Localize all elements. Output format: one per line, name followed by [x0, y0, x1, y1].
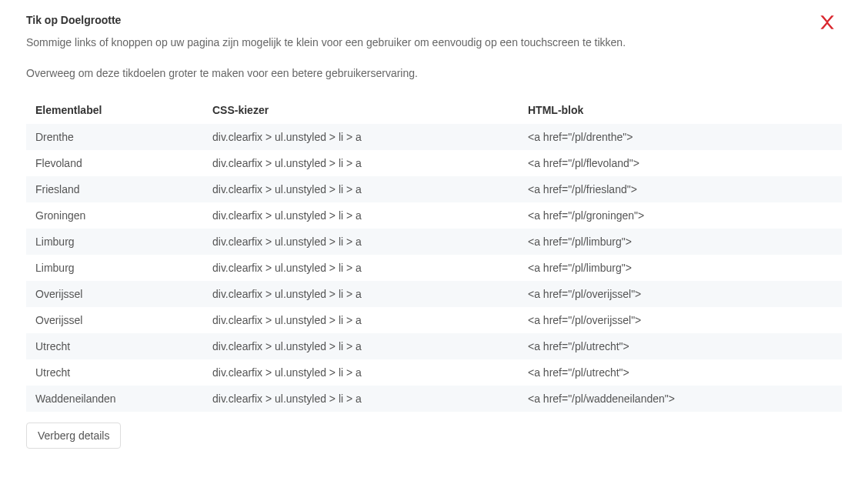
cell-element-label: Utrecht — [26, 359, 203, 386]
table-row: Groningendiv.clearfix > ul.unstyled > li… — [26, 202, 842, 229]
cell-element-label: Flevoland — [26, 150, 203, 176]
cell-html-block: <a href="/pl/overijssel"> — [519, 281, 842, 307]
cell-css-selector: div.clearfix > ul.unstyled > li > a — [203, 386, 519, 412]
cell-css-selector: div.clearfix > ul.unstyled > li > a — [203, 307, 519, 333]
table-row: Waddeneilandendiv.clearfix > ul.unstyled… — [26, 386, 842, 412]
table-row: Limburgdiv.clearfix > ul.unstyled > li >… — [26, 255, 842, 281]
cell-html-block: <a href="/pl/flevoland"> — [519, 150, 842, 176]
cell-css-selector: div.clearfix > ul.unstyled > li > a — [203, 150, 519, 176]
cell-element-label: Overijssel — [26, 281, 203, 307]
table-row: Flevolanddiv.clearfix > ul.unstyled > li… — [26, 150, 842, 176]
cell-css-selector: div.clearfix > ul.unstyled > li > a — [203, 359, 519, 386]
cell-html-block: <a href="/pl/limburg"> — [519, 255, 842, 281]
cell-html-block: <a href="/pl/groningen"> — [519, 202, 842, 229]
table-row: Overijsseldiv.clearfix > ul.unstyled > l… — [26, 307, 842, 333]
section-heading-block: Tik op Doelgrootte — [26, 14, 121, 34]
table-header-row: Elementlabel CSS-kiezer HTML-blok — [26, 96, 842, 124]
close-icon[interactable] — [817, 12, 837, 32]
section-header: Tik op Doelgrootte — [26, 14, 842, 34]
table-row: Overijsseldiv.clearfix > ul.unstyled > l… — [26, 281, 842, 307]
cell-element-label: Limburg — [26, 229, 203, 255]
table-row: Frieslanddiv.clearfix > ul.unstyled > li… — [26, 176, 842, 202]
cell-css-selector: div.clearfix > ul.unstyled > li > a — [203, 333, 519, 359]
table-row: Limburgdiv.clearfix > ul.unstyled > li >… — [26, 229, 842, 255]
cell-element-label: Overijssel — [26, 307, 203, 333]
section-title: Tik op Doelgrootte — [26, 14, 121, 26]
table-row: Utrechtdiv.clearfix > ul.unstyled > li >… — [26, 359, 842, 386]
cell-element-label: Limburg — [26, 255, 203, 281]
col-header-css: CSS-kiezer — [203, 96, 519, 124]
issues-table-wrap: Elementlabel CSS-kiezer HTML-blok Drenth… — [26, 96, 842, 412]
table-row: Utrechtdiv.clearfix > ul.unstyled > li >… — [26, 333, 842, 359]
cell-css-selector: div.clearfix > ul.unstyled > li > a — [203, 124, 519, 150]
cell-css-selector: div.clearfix > ul.unstyled > li > a — [203, 229, 519, 255]
issues-table: Elementlabel CSS-kiezer HTML-blok Drenth… — [26, 96, 842, 412]
cell-element-label: Drenthe — [26, 124, 203, 150]
cell-element-label: Waddeneilanden — [26, 386, 203, 412]
cell-css-selector: div.clearfix > ul.unstyled > li > a — [203, 255, 519, 281]
cell-css-selector: div.clearfix > ul.unstyled > li > a — [203, 281, 519, 307]
cell-element-label: Friesland — [26, 176, 203, 202]
cell-css-selector: div.clearfix > ul.unstyled > li > a — [203, 176, 519, 202]
section-desc-1: Sommige links of knoppen op uw pagina zi… — [26, 34, 842, 51]
hide-details-button[interactable]: Verberg details — [26, 423, 121, 449]
cell-html-block: <a href="/pl/utrecht"> — [519, 333, 842, 359]
cell-html-block: <a href="/pl/limburg"> — [519, 229, 842, 255]
col-header-html: HTML-blok — [519, 96, 842, 124]
cell-element-label: Groningen — [26, 202, 203, 229]
cell-html-block: <a href="/pl/utrecht"> — [519, 359, 842, 386]
section-desc-2: Overweeg om deze tikdoelen groter te mak… — [26, 65, 842, 82]
cell-html-block: <a href="/pl/waddeneilanden"> — [519, 386, 842, 412]
col-header-label: Elementlabel — [26, 96, 203, 124]
cell-html-block: <a href="/pl/drenthe"> — [519, 124, 842, 150]
cell-html-block: <a href="/pl/overijssel"> — [519, 307, 842, 333]
cell-html-block: <a href="/pl/friesland"> — [519, 176, 842, 202]
cell-css-selector: div.clearfix > ul.unstyled > li > a — [203, 202, 519, 229]
table-row: Drenthediv.clearfix > ul.unstyled > li >… — [26, 124, 842, 150]
cell-element-label: Utrecht — [26, 333, 203, 359]
tap-target-section: Tik op Doelgrootte Sommige links of knop… — [0, 0, 868, 472]
